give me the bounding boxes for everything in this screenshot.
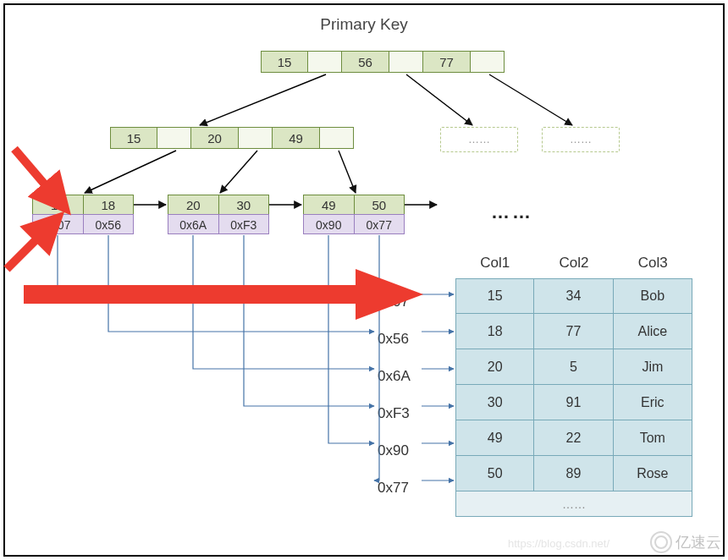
table-more-row: …… xyxy=(455,491,692,517)
leaf-key: 30 xyxy=(219,195,270,215)
root-key: 77 xyxy=(423,51,471,73)
leaf-node: 20 30 0x6A 0xF3 xyxy=(168,195,269,234)
addr-label: 0x77 xyxy=(378,469,411,507)
data-table: Col1 Col2 Col3 1534Bob 1877Alice 205Jim … xyxy=(455,250,692,517)
leaf-addr: 0x6A xyxy=(168,214,219,234)
root-node: 15 56 77 xyxy=(261,51,505,73)
root-ptr xyxy=(471,51,505,73)
root-key: 56 xyxy=(342,51,389,73)
watermark: 亿速云 xyxy=(650,531,721,553)
watermark-text: 亿速云 xyxy=(676,532,721,552)
col-header: Col1 xyxy=(455,250,534,278)
leaf-addr: 0xF3 xyxy=(219,214,270,234)
diagram-title: Primary Key xyxy=(0,15,728,34)
inner-key: 49 xyxy=(273,127,320,149)
leaf-key: 15 xyxy=(32,195,84,215)
leaf-addr: 0x77 xyxy=(355,214,405,234)
root-ptr xyxy=(389,51,423,73)
watermark-logo-icon xyxy=(650,531,672,553)
table-row: 5089Rose xyxy=(455,456,692,491)
inner-node: 15 20 49 xyxy=(110,127,354,149)
leaf-key: 50 xyxy=(355,195,405,215)
leaf-dots: …… xyxy=(491,201,533,223)
watermark-url: https://blog.csdn.net/ xyxy=(508,537,609,550)
addr-label: 0x90 xyxy=(378,432,411,469)
leaf-node: 49 50 0x90 0x77 xyxy=(303,195,405,234)
ghost-node: …… xyxy=(542,127,620,152)
addr-label: 0x56 xyxy=(378,321,411,358)
addr-list: 0x07 0x56 0x6A 0xF3 0x90 0x77 xyxy=(378,283,411,507)
leaf-addr: 0x56 xyxy=(84,214,135,234)
root-ptr xyxy=(308,51,342,73)
leaf-node: 15 18 0x07 0x56 xyxy=(32,195,134,234)
col-header: Col3 xyxy=(614,250,692,278)
addr-label: 0x6A xyxy=(378,358,411,395)
table-row: 1534Bob xyxy=(455,278,692,314)
table-row: 3091Eric xyxy=(455,385,692,420)
table-row: 1877Alice xyxy=(455,314,692,349)
leaf-addr: 0x90 xyxy=(303,214,355,234)
leaf-key: 20 xyxy=(168,195,219,215)
table-row: 205Jim xyxy=(455,349,692,385)
inner-ptr xyxy=(239,127,273,149)
inner-ptr xyxy=(320,127,354,149)
leaf-key: 49 xyxy=(303,195,355,215)
inner-key: 20 xyxy=(191,127,239,149)
col-header: Col2 xyxy=(534,250,613,278)
addr-label: 0xF3 xyxy=(378,395,411,432)
ghost-node: …… xyxy=(440,127,518,152)
leaf-addr: 0x07 xyxy=(32,214,84,234)
root-key: 15 xyxy=(261,51,308,73)
leaf-key: 18 xyxy=(84,195,135,215)
table-row: 4922Tom xyxy=(455,420,692,456)
inner-ptr xyxy=(157,127,191,149)
inner-key: 15 xyxy=(110,127,157,149)
addr-label: 0x07 xyxy=(378,283,411,321)
